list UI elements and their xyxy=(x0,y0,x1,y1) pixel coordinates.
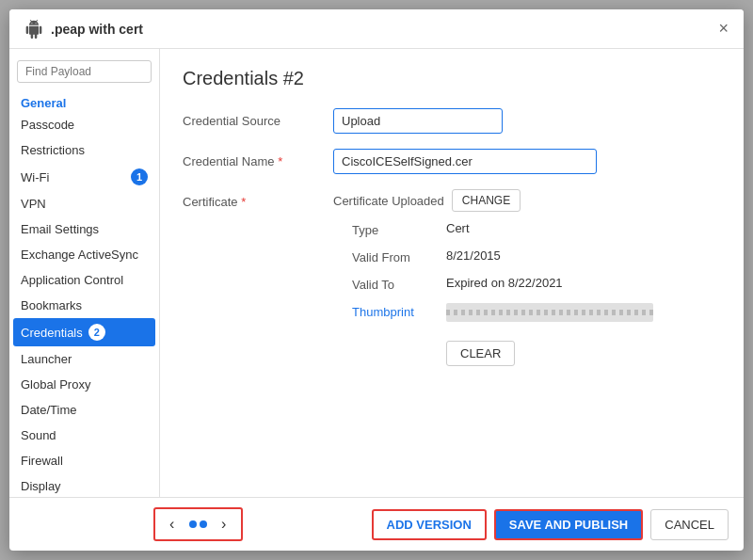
certificate-row: Certificate * Certificate Uploaded CHANG… xyxy=(183,189,721,366)
valid-from-label: Valid From xyxy=(352,248,446,264)
modal-overlay: .peap with cert × General Passcode Restr… xyxy=(0,0,753,560)
prev-page-button[interactable]: ‹ xyxy=(159,511,185,537)
change-button[interactable]: CHANGE xyxy=(452,189,521,212)
thumbprint-row: Thumbprint xyxy=(333,303,721,322)
sidebar-item-global-proxy[interactable]: Global Proxy xyxy=(9,372,159,397)
clear-button[interactable]: CLEAR xyxy=(446,341,515,366)
clear-btn-wrapper: CLEAR xyxy=(446,333,721,366)
credential-name-value xyxy=(333,149,721,174)
credential-source-row: Credential Source xyxy=(183,108,721,134)
credentials-badge: 2 xyxy=(88,324,105,341)
cert-sub-form: Type Cert Valid From 8/21/2015 Valid To … xyxy=(333,221,721,366)
type-row: Type Cert xyxy=(333,221,721,237)
sidebar-item-vpn[interactable]: VPN xyxy=(9,191,159,216)
modal-body: General Passcode Restrictions Wi-Fi 1 VP… xyxy=(9,49,744,497)
valid-from-row: Valid From 8/21/2015 xyxy=(333,248,721,264)
footer-actions: ADD VERSION SAVE AND PUBLISH CANCEL xyxy=(372,509,729,540)
valid-to-label: Valid To xyxy=(352,276,446,292)
page-dot-2 xyxy=(200,520,207,528)
modal-header: .peap with cert × xyxy=(9,9,744,49)
next-page-button[interactable]: › xyxy=(211,511,237,537)
type-label: Type xyxy=(352,221,446,237)
credential-name-label: Credential Name * xyxy=(183,149,333,168)
cancel-button[interactable]: CANCEL xyxy=(650,509,729,540)
add-version-button[interactable]: ADD VERSION xyxy=(372,509,487,540)
sidebar-item-display[interactable]: Display xyxy=(9,473,159,497)
certificate-label: Certificate * xyxy=(183,189,333,209)
required-asterisk: * xyxy=(278,154,282,168)
sidebar-item-sound[interactable]: Sound xyxy=(9,423,159,448)
sidebar-item-bookmarks[interactable]: Bookmarks xyxy=(9,293,159,318)
sidebar-item-passcode[interactable]: Passcode xyxy=(9,112,159,137)
cert-required-asterisk: * xyxy=(241,195,246,209)
search-input[interactable] xyxy=(17,60,152,83)
certificate-uploaded-label: Certificate Uploaded xyxy=(333,194,444,208)
credential-name-row: Credential Name * xyxy=(183,149,721,174)
sidebar-item-datetime[interactable]: Date/Time xyxy=(9,397,159,423)
page-dot-1 xyxy=(189,520,197,528)
modal: .peap with cert × General Passcode Restr… xyxy=(9,9,744,551)
main-content: Credentials #2 Credential Source Credent… xyxy=(160,49,744,497)
modal-title: .peap with cert xyxy=(51,22,718,37)
sidebar-item-email-settings[interactable]: Email Settings xyxy=(9,216,159,242)
sidebar-item-exchange-activesync[interactable]: Exchange ActiveSync xyxy=(9,242,159,267)
android-icon xyxy=(24,20,43,39)
sidebar-item-general: General xyxy=(9,90,159,112)
modal-footer: ‹ › ADD VERSION SAVE AND PUBLISH CANCEL xyxy=(9,497,744,551)
save-publish-button[interactable]: SAVE AND PUBLISH xyxy=(494,509,643,540)
credential-name-input[interactable] xyxy=(333,149,597,174)
type-value: Cert xyxy=(446,221,721,235)
thumbprint-box xyxy=(446,303,653,322)
sidebar-item-launcher[interactable]: Launcher xyxy=(9,346,159,372)
credential-source-value xyxy=(333,108,721,134)
sidebar-item-credentials[interactable]: Credentials 2 xyxy=(13,318,155,346)
certificate-value: Certificate Uploaded CHANGE Type Cert Va… xyxy=(333,189,721,366)
close-button[interactable]: × xyxy=(718,19,729,39)
credential-source-label: Credential Source xyxy=(183,108,333,128)
credential-source-input[interactable] xyxy=(333,108,503,134)
thumbprint-dots xyxy=(446,310,653,315)
sidebar-item-wifi[interactable]: Wi-Fi 1 xyxy=(9,163,159,191)
pagination-wrapper: ‹ › xyxy=(153,507,243,541)
valid-from-value: 8/21/2015 xyxy=(446,248,721,263)
sidebar-item-firewall[interactable]: Firewall xyxy=(9,448,159,473)
pagination: ‹ › xyxy=(24,507,372,541)
sidebar-item-restrictions[interactable]: Restrictions xyxy=(9,137,159,163)
sidebar: General Passcode Restrictions Wi-Fi 1 VP… xyxy=(9,49,160,497)
search-container xyxy=(17,60,152,83)
valid-to-row: Valid To Expired on 8/22/2021 xyxy=(333,276,721,292)
cert-upload-row: Certificate Uploaded CHANGE xyxy=(333,189,721,212)
sidebar-item-application-control[interactable]: Application Control xyxy=(9,267,159,293)
page-title: Credentials #2 xyxy=(183,68,721,89)
thumbprint-value xyxy=(446,303,721,322)
thumbprint-label: Thumbprint xyxy=(352,303,446,319)
page-dots xyxy=(189,520,207,528)
valid-to-value: Expired on 8/22/2021 xyxy=(446,276,721,290)
wifi-badge: 1 xyxy=(131,168,148,185)
